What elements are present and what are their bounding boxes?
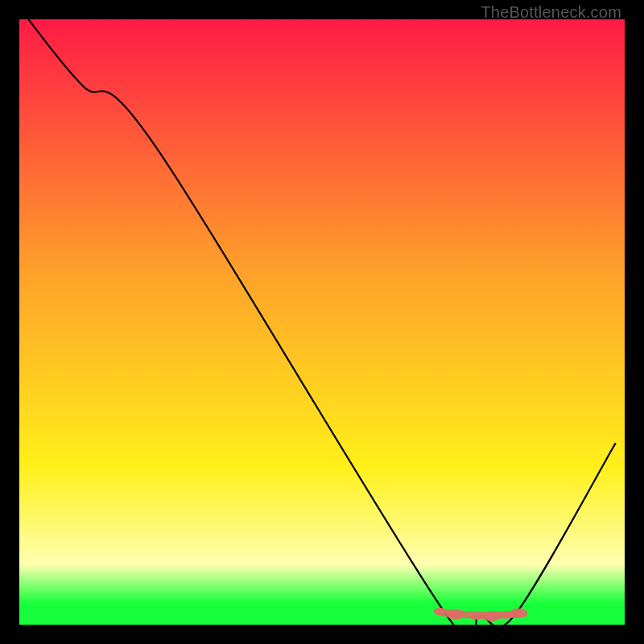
gradient-background <box>19 19 625 625</box>
watermark-text: TheBottleneck.com <box>481 3 621 22</box>
gradient-rect <box>19 19 625 625</box>
